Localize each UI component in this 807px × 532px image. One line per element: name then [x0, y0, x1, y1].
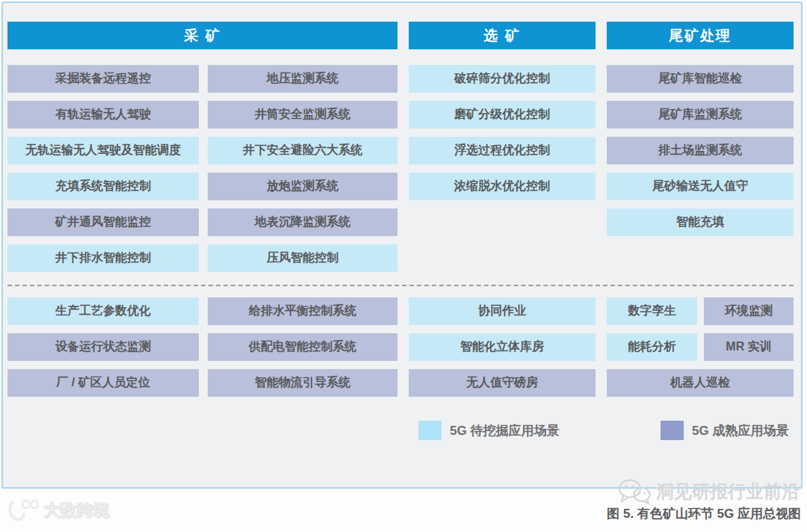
watermark-left-text: 大数跨境	[43, 499, 109, 522]
app-item: 井下安全避险六大系统	[208, 137, 398, 164]
app-item: 无轨运输无人驾驶及智能调度	[7, 137, 199, 164]
app-item: 智能充填	[607, 208, 794, 236]
app-item: 井筒安全监测系统	[208, 101, 398, 129]
legend-swatch-potential	[418, 421, 442, 440]
app-item: 充填系统智能控制	[7, 173, 199, 200]
app-item: 浮选过程优化控制	[409, 137, 596, 164]
legend-label-potential: 5G 待挖掘应用场景	[450, 421, 559, 440]
app-item: 厂 / 矿区人员定位	[7, 369, 199, 397]
section-divider	[7, 285, 794, 286]
figure-caption: 图 5. 有色矿山环节 5G 应用总视图	[607, 505, 801, 522]
app-item: 磨矿分级优化控制	[409, 101, 596, 129]
legend-swatch-mature	[661, 421, 684, 440]
app-item: 压风智能控制	[208, 244, 398, 272]
figure-5g-mining-overview: 采 矿 选 矿 尾矿处理 采掘装备远程遥控有轨运输无人驾驶无轨运输无人驾驶及智能…	[0, 0, 807, 532]
app-item: 设备运行状态监测	[7, 333, 199, 361]
app-item: 环境监测	[704, 297, 794, 325]
app-item: 破碎筛分优化控制	[409, 65, 596, 93]
column-header-beneficiation: 选 矿	[409, 22, 596, 49]
app-item: 能耗分析	[607, 333, 697, 361]
app-item: 采掘装备远程遥控	[7, 65, 199, 93]
column-header-tailings: 尾矿处理	[607, 22, 794, 49]
app-item: 尾矿库监测系统	[607, 101, 794, 129]
app-item: 生产工艺参数优化	[7, 297, 199, 325]
app-item: 放炮监测系统	[208, 173, 398, 200]
app-item: 排土场监测系统	[607, 137, 794, 164]
legend-label-mature: 5G 成熟应用场景	[692, 421, 788, 440]
app-item: 智能化立体库房	[409, 333, 596, 361]
app-item: 地表沉降监测系统	[208, 208, 398, 236]
app-item: 井下排水智能控制	[7, 244, 199, 272]
app-item: 供配电智能控制系统	[208, 333, 398, 361]
column-header-mining: 采 矿	[7, 22, 398, 49]
app-item: 尾矿库智能巡检	[607, 65, 794, 93]
app-item: 尾砂输送无人值守	[607, 173, 794, 200]
app-item: MR 实训	[704, 333, 794, 361]
app-item: 浓缩脱水优化控制	[409, 173, 596, 200]
app-item: 协同作业	[409, 297, 596, 325]
app-item: 矿井通风智能监控	[7, 208, 199, 236]
watermark-left: 大数跨境	[6, 498, 109, 523]
app-item: 机器人巡检	[607, 369, 794, 397]
app-item: 智能物流引导系统	[208, 369, 398, 397]
app-item: 地压监测系统	[208, 65, 398, 93]
app-item: 数字孪生	[607, 297, 697, 325]
dashu-logo-icon	[6, 498, 39, 523]
app-item: 给排水平衡控制系统	[208, 297, 398, 325]
app-item: 无人值守磅房	[409, 369, 596, 397]
app-item: 有轨运输无人驾驶	[7, 101, 199, 129]
